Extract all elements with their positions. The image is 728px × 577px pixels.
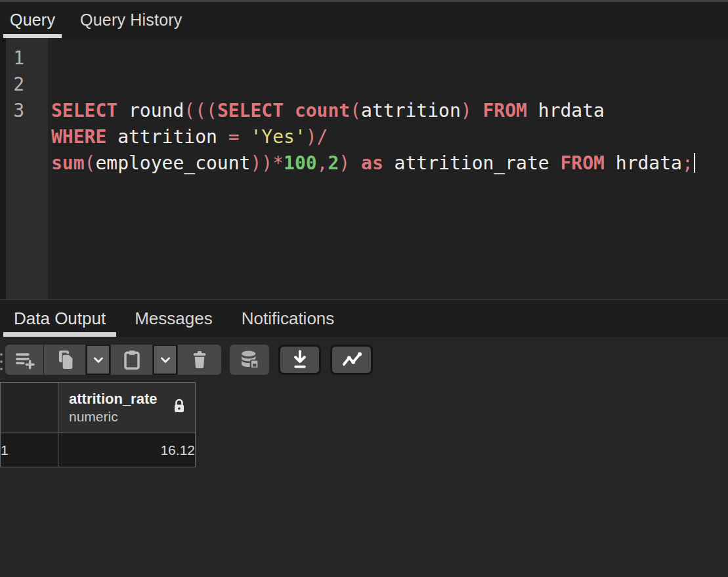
line-number: 2 <box>6 72 24 98</box>
column-header-attrition-rate[interactable]: attrition_rate numeric <box>58 383 196 433</box>
tab-data-output[interactable]: Data Output <box>3 300 116 337</box>
tab-query-history-label: Query History <box>80 11 182 30</box>
line-chart-icon <box>341 349 363 371</box>
line-number: 3 <box>6 98 24 124</box>
copy-icon <box>54 349 75 370</box>
tab-query-history[interactable]: Query History <box>74 2 188 38</box>
panel-resize-grip[interactable] <box>0 351 3 373</box>
tab-notifications[interactable]: Notifications <box>231 300 345 337</box>
results-table: attrition_rate numeric 1 <box>0 382 196 467</box>
add-row-icon <box>14 349 35 370</box>
lock-icon <box>171 398 187 417</box>
tab-notifications-label: Notifications <box>242 309 335 329</box>
grid-select-all-corner[interactable] <box>1 383 58 433</box>
attrition-rate-value-cell[interactable]: 16.12 <box>58 433 196 467</box>
data-output-grid: attrition_rate numeric 1 <box>0 382 728 577</box>
text-cursor <box>694 153 695 173</box>
paste-options-button[interactable] <box>153 345 177 375</box>
paste-icon <box>121 349 142 370</box>
graph-visualiser-button[interactable] <box>330 345 373 375</box>
trash-icon <box>190 350 209 370</box>
tab-messages-label: Messages <box>135 309 213 329</box>
copy-options-button[interactable] <box>86 345 110 375</box>
chevron-down-icon <box>158 353 173 367</box>
editor-tabbar: Query Query History <box>0 0 728 38</box>
save-data-changes-button[interactable] <box>230 345 269 375</box>
pgadmin-query-tool: Query Query History 123 SELECT round(((S… <box>0 0 728 577</box>
row-number-cell[interactable]: 1 <box>1 433 58 467</box>
add-row-button[interactable] <box>5 345 43 375</box>
table-row: 1 16.12 <box>1 433 196 467</box>
output-tabbar: Data Output Messages Notifications <box>0 299 728 337</box>
tab-messages[interactable]: Messages <box>124 300 223 337</box>
editor-code-lines: SELECT round(((SELECT count(attrition) F… <box>51 98 728 177</box>
delete-row-button[interactable] <box>178 345 221 375</box>
sql-code-input[interactable]: SELECT round(((SELECT count(attrition) F… <box>48 38 728 299</box>
sql-code-line: WHERE attrition = 'Yes')/ <box>51 124 728 150</box>
column-name: attrition_rate <box>69 390 171 408</box>
chevron-down-icon <box>91 353 106 367</box>
database-save-icon <box>239 349 260 370</box>
sql-editor: 123 SELECT round(((SELECT count(attritio… <box>0 38 728 299</box>
editor-gutter-numbers: 123 <box>6 45 48 124</box>
save-results-to-file-button[interactable] <box>278 345 321 375</box>
editor-gutter: 123 <box>0 38 48 299</box>
column-type: numeric <box>69 408 171 425</box>
tab-query-label: Query <box>10 11 55 30</box>
edit-button-group <box>5 345 222 375</box>
grid-header-row: attrition_rate numeric <box>1 383 196 433</box>
paste-button[interactable] <box>111 345 152 375</box>
tab-data-output-label: Data Output <box>14 309 106 329</box>
copy-button[interactable] <box>44 345 85 375</box>
tab-query[interactable]: Query <box>3 2 62 38</box>
sql-code-line: SELECT round(((SELECT count(attrition) F… <box>51 98 728 124</box>
download-icon <box>289 349 310 370</box>
line-number: 1 <box>6 45 24 72</box>
sql-code-line: sum(employee_count))*100,2) as attrition… <box>51 150 728 177</box>
data-output-toolbar <box>0 337 728 382</box>
